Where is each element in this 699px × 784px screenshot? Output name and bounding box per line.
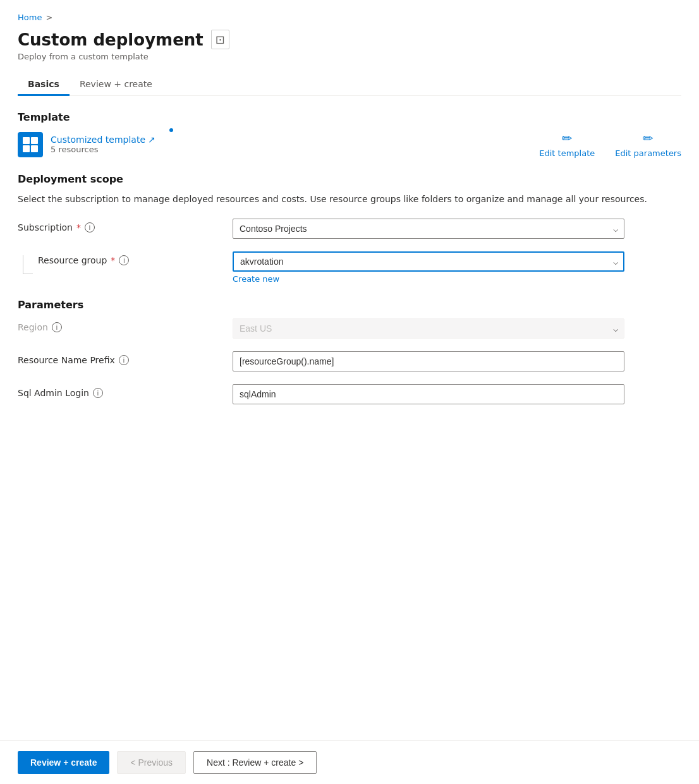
sql-admin-login-label: Sql Admin Login <box>18 388 89 398</box>
template-icon-cell-2 <box>31 137 38 144</box>
resource-group-required-star: * <box>111 255 115 265</box>
region-select: East US <box>233 318 624 339</box>
sql-admin-login-input[interactable] <box>233 384 624 404</box>
resource-name-prefix-info-icon[interactable]: i <box>119 355 129 365</box>
deployment-scope-title: Deployment scope <box>18 173 681 185</box>
print-icon[interactable]: ⊡ <box>211 30 229 49</box>
template-info: Customized template ↗ 5 resources <box>51 135 155 154</box>
edit-parameters-label: Edit parameters <box>615 148 681 158</box>
deployment-scope-description: Select the subscription to manage deploy… <box>18 193 681 206</box>
resource-group-row: Resource group * i akvrotation ⌵ Create … <box>18 251 681 284</box>
template-icon-cell-3 <box>23 145 30 152</box>
tab-basics[interactable]: Basics <box>18 74 70 96</box>
edit-template-label: Edit template <box>539 148 595 158</box>
region-control-col: East US ⌵ <box>233 318 681 339</box>
dot-indicator <box>169 128 173 132</box>
parameters-section: Parameters Region i East US ⌵ Resource N… <box>18 299 681 404</box>
region-select-wrapper: East US ⌵ <box>233 318 624 339</box>
footer-bar: Review + create < Previous Next : Review… <box>0 740 699 784</box>
resource-name-prefix-label: Resource Name Prefix <box>18 355 115 365</box>
next-button[interactable]: Next : Review + create > <box>193 751 317 774</box>
breadcrumb-home-link[interactable]: Home <box>18 13 42 22</box>
region-label-col: Region i <box>18 318 233 332</box>
template-resources-count: 5 resources <box>51 145 155 154</box>
edit-parameters-button[interactable]: ✏ Edit parameters <box>615 131 681 158</box>
template-name-link[interactable]: Customized template ↗ <box>51 135 155 145</box>
tab-review-create[interactable]: Review + create <box>70 74 162 96</box>
region-label: Region <box>18 322 48 332</box>
subscription-info-icon[interactable]: i <box>85 222 95 232</box>
sql-admin-login-control-col <box>233 384 681 404</box>
template-icon <box>18 132 43 157</box>
previous-button[interactable]: < Previous <box>117 751 186 774</box>
breadcrumb-separator: > <box>46 13 52 22</box>
page-subtitle: Deploy from a custom template <box>18 52 681 61</box>
resource-name-prefix-control-col <box>233 351 681 371</box>
resource-group-select[interactable]: akvrotation <box>233 251 624 272</box>
indent-line <box>23 255 33 274</box>
edit-template-button[interactable]: ✏ Edit template <box>539 131 595 158</box>
subscription-select[interactable]: Contoso Projects <box>233 219 624 239</box>
page-header: Custom deployment ⊡ <box>18 30 681 49</box>
subscription-control-col: Contoso Projects ⌵ <box>233 219 681 239</box>
resource-group-indent <box>18 251 38 274</box>
review-create-button[interactable]: Review + create <box>18 751 109 774</box>
sql-admin-login-label-col: Sql Admin Login i <box>18 384 233 398</box>
subscription-select-wrapper: Contoso Projects ⌵ <box>233 219 624 239</box>
subscription-row: Subscription * i Contoso Projects ⌵ <box>18 219 681 239</box>
template-section-title: Template <box>18 111 681 123</box>
create-new-link[interactable]: Create new <box>233 274 681 284</box>
page-title: Custom deployment <box>18 30 204 49</box>
breadcrumb: Home > <box>18 13 681 22</box>
resource-group-select-wrapper: akvrotation ⌵ <box>233 251 624 272</box>
sql-admin-login-info-icon[interactable]: i <box>93 388 103 398</box>
parameters-title: Parameters <box>18 299 681 311</box>
template-card: Customized template ↗ 5 resources ✏ Edit… <box>18 131 681 158</box>
resource-group-label-col: Resource group * i <box>38 251 233 265</box>
resource-name-prefix-row: Resource Name Prefix i <box>18 351 681 371</box>
resource-group-control-col: akvrotation ⌵ Create new <box>233 251 681 284</box>
resource-name-prefix-input[interactable] <box>233 351 624 371</box>
subscription-label-col: Subscription * i <box>18 219 233 232</box>
template-section: Template Customized template ↗ 5 resourc… <box>18 111 681 158</box>
edit-template-icon: ✏ <box>562 131 573 146</box>
deployment-scope-section: Deployment scope Select the subscription… <box>18 173 681 284</box>
template-icon-grid <box>23 137 38 152</box>
tabs-container: Basics Review + create <box>18 74 681 96</box>
sql-admin-login-row: Sql Admin Login i <box>18 384 681 404</box>
template-actions: ✏ Edit template ✏ Edit parameters <box>539 131 681 158</box>
template-icon-cell-4 <box>31 145 38 152</box>
resource-group-info-icon[interactable]: i <box>119 255 129 265</box>
region-info-icon[interactable]: i <box>52 322 62 332</box>
template-icon-cell-1 <box>23 137 30 144</box>
region-row: Region i East US ⌵ <box>18 318 681 339</box>
subscription-label: Subscription <box>18 222 73 232</box>
subscription-required-star: * <box>76 222 81 232</box>
edit-parameters-icon: ✏ <box>643 131 653 146</box>
resource-group-label: Resource group <box>38 255 107 265</box>
resource-name-prefix-label-col: Resource Name Prefix i <box>18 351 233 365</box>
